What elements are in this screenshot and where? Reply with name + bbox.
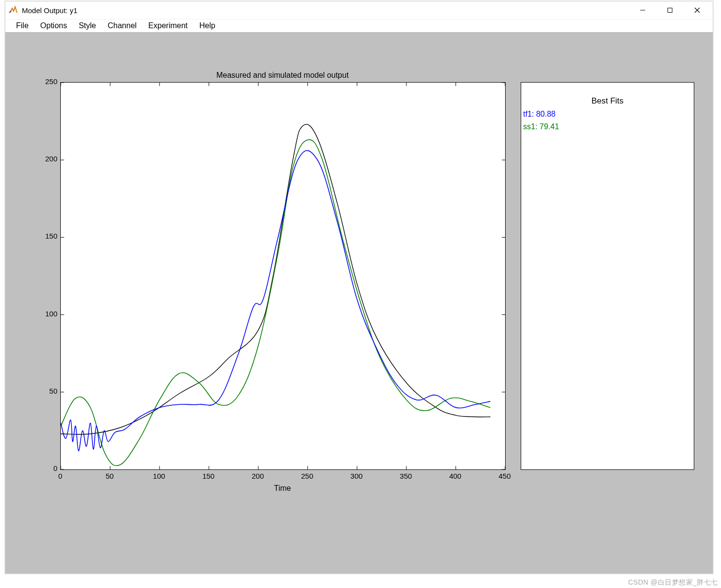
figure-area: Measured and simulated model output Time… [5,32,713,573]
menu-help[interactable]: Help [193,20,221,31]
window-title: Model Output: y1 [22,6,629,15]
x-tick-label: 150 [202,472,215,480]
x-tick-label: 200 [251,472,264,480]
y-tick-label: 100 [39,310,57,318]
legend-item-label: ss1: 79.41 [523,122,559,131]
minimize-button[interactable] [629,2,656,18]
legend-title: Best Fits [521,96,694,106]
plot-svg [61,83,505,469]
x-axis-label: Time [60,484,505,493]
menu-options[interactable]: Options [35,20,73,31]
x-tick-label: 400 [448,472,462,480]
y-tick-label: 0 [39,464,57,472]
best-fits-panel: Best Fits tf1: 80.88 ss1: 79.41 [521,82,694,470]
y-tick-label: 200 [39,155,57,163]
legend-item-tf1[interactable]: tf1: 80.88 [523,110,556,119]
menu-experiment[interactable]: Experiment [142,20,193,31]
x-tick-label: 300 [350,472,363,480]
y-tick-label: 150 [39,232,57,240]
figure-window: Model Output: y1 File Options Style Chan… [5,1,713,574]
axes-title: Measured and simulated model output [60,71,505,80]
close-button[interactable] [684,2,711,18]
x-tick-label: 250 [300,472,314,480]
x-tick-label: 450 [498,472,511,480]
legend-item-ss1[interactable]: ss1: 79.41 [523,122,559,131]
axes[interactable] [60,82,506,470]
x-tick-label: 50 [103,472,117,480]
menu-file[interactable]: File [10,20,35,31]
window-controls [629,2,711,18]
menu-style[interactable]: Style [73,20,102,31]
y-tick-label: 250 [39,77,57,86]
x-tick-label: 100 [152,472,166,480]
menu-channel[interactable]: Channel [102,20,143,31]
legend-item-label: tf1: 80.88 [523,110,556,118]
matlab-icon [8,5,18,15]
titlebar: Model Output: y1 [5,1,713,19]
y-tick-label: 50 [39,387,57,395]
watermark: CSDN @白日梦想家_胖七七 [628,578,718,587]
x-tick-label: 0 [53,472,67,480]
svg-rect-1 [668,8,672,13]
x-tick-label: 350 [399,472,413,480]
maximize-button[interactable] [656,2,684,18]
menubar: File Options Style Channel Experiment He… [5,19,713,33]
